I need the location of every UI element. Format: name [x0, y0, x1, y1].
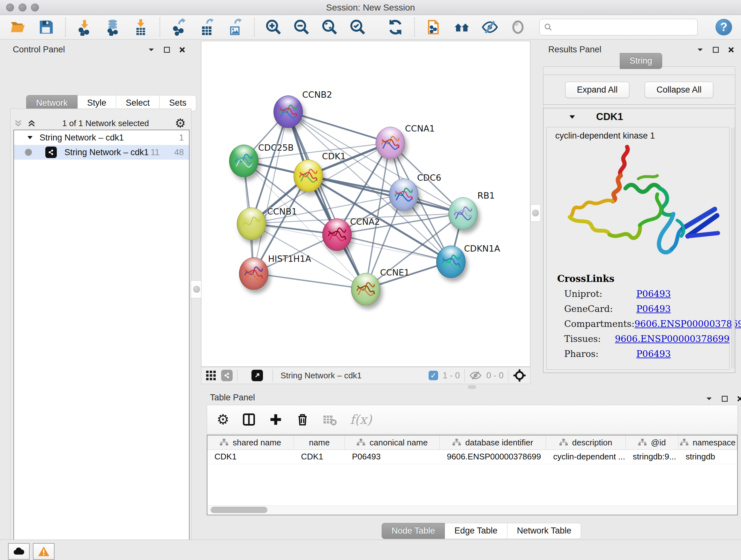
hidden-eye-icon[interactable]: [469, 370, 482, 381]
network-collection-row[interactable]: String Network – cdk1 1: [14, 130, 189, 145]
expand-all-icon[interactable]: [27, 118, 37, 128]
search-input[interactable]: [556, 22, 693, 33]
column-header-description[interactable]: description: [546, 435, 625, 449]
tab-edge-table[interactable]: Edge Table: [445, 523, 508, 539]
table-cell[interactable]: CDK1: [207, 450, 294, 464]
crosslink-link[interactable]: P06493: [636, 349, 671, 359]
network-node-cdc6[interactable]: [389, 179, 418, 211]
export-network-icon[interactable]: [170, 18, 188, 37]
table-row[interactable]: CDK1CDK1P064939606.ENSP00000378699cyclin…: [207, 450, 737, 464]
hide-panels-eye-icon[interactable]: [481, 18, 499, 37]
collapse-section-icon[interactable]: [569, 115, 576, 119]
close-window-button[interactable]: [6, 3, 14, 11]
tab-node-table[interactable]: Node Table: [382, 523, 445, 539]
results-scrollbar-track[interactable]: [731, 128, 735, 368]
network-row-selected[interactable]: String Network – cdk1 11 48: [14, 145, 189, 160]
zoom-out-icon[interactable]: [292, 18, 311, 37]
node-label: CCNE1: [380, 267, 409, 277]
collapse-all-icon[interactable]: [13, 118, 23, 128]
panel-menu-icon[interactable]: [147, 47, 155, 52]
table-cell[interactable]: stringdb: [678, 450, 737, 464]
zoom-window-button[interactable]: [31, 3, 39, 11]
search-field[interactable]: [539, 19, 697, 36]
delete-table-icon[interactable]: [322, 413, 337, 426]
network-node-cdc25b[interactable]: [229, 145, 259, 177]
close-panel-icon[interactable]: [179, 46, 186, 53]
cloud-status-button[interactable]: [8, 543, 30, 560]
float-panel-icon[interactable]: [712, 46, 719, 53]
table-cell[interactable]: stringdb:9...: [626, 450, 679, 464]
network-node-cdkn1a[interactable]: [436, 246, 466, 278]
export-table-icon[interactable]: [198, 18, 216, 37]
table-options-gear-icon[interactable]: ⚙: [217, 413, 229, 427]
network-canvas[interactable]: CCNB2CCNA1CDC25BCDK1CDC6RB1CCNB1CCNA2CDK…: [201, 41, 530, 367]
float-panel-icon[interactable]: [721, 395, 728, 402]
home-network-icon[interactable]: [453, 18, 471, 37]
close-panel-icon[interactable]: [728, 46, 735, 53]
save-session-icon[interactable]: [37, 18, 56, 37]
network-node-ccne1[interactable]: [351, 273, 381, 306]
column-header-id[interactable]: @id: [626, 435, 679, 449]
crosslink-link[interactable]: P06493: [636, 289, 671, 299]
crosslink-link[interactable]: P06493: [636, 304, 671, 314]
node-table[interactable]: shared namenamecanonical namedatabase id…: [207, 435, 738, 515]
network-node-rb1[interactable]: [448, 197, 478, 230]
show-columns-icon[interactable]: [242, 413, 256, 427]
horizontal-splitter-handle[interactable]: [468, 385, 476, 389]
tab-string[interactable]: String: [620, 53, 662, 69]
tab-network-table[interactable]: Network Table: [508, 523, 582, 539]
network-node-cdk1[interactable]: [293, 160, 323, 192]
float-panel-icon[interactable]: [163, 46, 171, 53]
close-panel-icon[interactable]: [737, 395, 741, 402]
warning-status-button[interactable]: [33, 543, 55, 560]
add-column-icon[interactable]: [269, 413, 283, 427]
refresh-icon[interactable]: [386, 18, 405, 37]
zoom-selected-icon[interactable]: [348, 18, 367, 37]
table-cell[interactable]: CDK1: [294, 450, 345, 464]
crosslink-link[interactable]: 9606.ENSP00000378699: [634, 319, 741, 329]
network-node-ccnb2[interactable]: [273, 96, 303, 128]
grid-view-icon[interactable]: [205, 370, 217, 381]
network-node-ccna2[interactable]: [322, 219, 352, 251]
zoom-in-icon[interactable]: [264, 18, 283, 37]
function-builder-icon[interactable]: f(x): [350, 412, 372, 427]
expand-all-button[interactable]: Expand All: [565, 82, 630, 98]
network-node-ccna1[interactable]: [376, 127, 405, 159]
column-header-sharedname[interactable]: shared name: [207, 435, 294, 449]
column-header-namespace[interactable]: namespace: [678, 435, 737, 449]
table-cell[interactable]: P06493: [345, 450, 440, 464]
network-node-hist1h1a[interactable]: [239, 257, 268, 290]
column-header-databaseidentifier[interactable]: database identifier: [440, 435, 546, 449]
import-table-file-icon[interactable]: [131, 18, 150, 37]
import-network-file-icon[interactable]: [75, 18, 94, 37]
export-image-icon[interactable]: [226, 18, 245, 37]
crosslink-link[interactable]: 9606.ENSP00000378699: [615, 334, 730, 344]
table-hscrollbar-track[interactable]: [208, 505, 737, 514]
zoom-fit-icon[interactable]: [320, 18, 339, 37]
import-network-database-icon[interactable]: [104, 18, 122, 37]
share-session-file-icon[interactable]: [424, 18, 443, 37]
delete-column-icon[interactable]: [295, 413, 310, 427]
network-options-gear-icon[interactable]: ⚙: [175, 117, 186, 129]
table-hscrollbar-thumb[interactable]: [211, 507, 267, 513]
table-cell[interactable]: 9606.ENSP00000378699: [440, 450, 546, 464]
help-button[interactable]: ?: [716, 19, 732, 36]
column-header-name[interactable]: name: [294, 435, 345, 449]
minimize-window-button[interactable]: [18, 3, 26, 11]
collapse-all-button[interactable]: Collapse All: [645, 82, 713, 98]
left-splitter-handle[interactable]: [191, 280, 202, 298]
string-network-icon: [45, 146, 57, 158]
panel-menu-icon[interactable]: [705, 396, 713, 401]
table-cell[interactable]: cyclin-dependent ...: [546, 450, 625, 464]
selected-checkbox-icon[interactable]: ✓: [428, 371, 438, 380]
column-header-canonicalname[interactable]: canonical name: [345, 435, 440, 449]
show-panels-eye-icon[interactable]: [509, 18, 527, 37]
network-view-share-icon[interactable]: [221, 370, 232, 381]
protein-header[interactable]: CDK1: [543, 108, 735, 126]
panel-menu-icon[interactable]: [696, 47, 704, 52]
detach-view-icon[interactable]: [252, 370, 263, 381]
birds-eye-navigator-icon[interactable]: [513, 369, 526, 382]
tree-expand-icon[interactable]: [27, 135, 33, 140]
network-node-ccnb1[interactable]: [237, 207, 266, 240]
open-session-icon[interactable]: [9, 18, 27, 37]
